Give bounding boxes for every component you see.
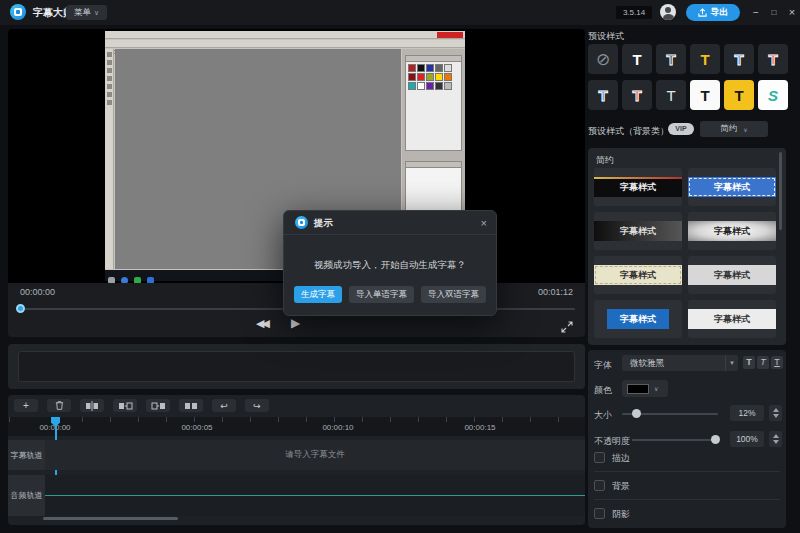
chevron-down-icon: ∨ <box>654 385 658 392</box>
color-picker[interactable]: ∨ <box>622 380 668 397</box>
merge-right-button[interactable] <box>146 399 170 412</box>
subtitle-track[interactable]: 请导入字幕文件 <box>45 440 585 470</box>
style-card-white-texture[interactable]: 字幕样式 <box>688 300 776 338</box>
style-card-blue-dashed[interactable]: 字幕样式 <box>688 168 776 206</box>
fullscreen-icon[interactable] <box>561 319 573 337</box>
style-card-white-glow[interactable]: 字幕样式 <box>688 212 776 250</box>
ruler-label: 00:00:10 <box>316 423 360 432</box>
audio-track[interactable] <box>45 475 585 516</box>
preset-tile-red[interactable]: T <box>758 44 788 74</box>
style-card-light-gray[interactable]: 字幕样式 <box>688 256 776 294</box>
italic-toggle[interactable]: T <box>757 356 769 369</box>
delete-button[interactable] <box>47 399 71 412</box>
hint-dialog: 提示 × 视频成功导入，开始自动生成字幕？ 生成字幕 导入单语字幕 导入双语字幕 <box>283 210 497 316</box>
size-value[interactable]: 12% <box>730 405 764 421</box>
recorded-app-menubar <box>105 31 465 39</box>
chevron-down-icon: ∨ <box>743 126 747 133</box>
font-label: 字体 <box>594 359 612 372</box>
recorded-app-swatches-panel <box>405 55 462 151</box>
opacity-stepper[interactable] <box>769 431 782 447</box>
add-subtitle-button[interactable]: + <box>14 399 38 412</box>
audio-track-label: 音频轨道 <box>8 475 45 516</box>
shadow-label: 阴影 <box>612 508 630 521</box>
category-dropdown[interactable]: 简约∨ <box>700 121 768 137</box>
generate-subtitles-button[interactable]: 生成字幕 <box>294 286 342 303</box>
timeline-toolbar: + ↩ ↪ <box>14 399 269 413</box>
styles-scrollbar[interactable] <box>779 152 782 230</box>
background-label: 背景 <box>612 480 630 493</box>
size-slider-handle[interactable] <box>632 409 641 418</box>
app-logo-icon <box>10 4 26 20</box>
dialog-buttons: 生成字幕 导入单语字幕 导入双语字幕 <box>284 286 496 303</box>
style-card-cream-dashed[interactable]: 字幕样式 <box>594 256 682 294</box>
chevron-down-icon: ∨ <box>94 9 99 16</box>
preset-tile-white[interactable]: T <box>622 44 652 74</box>
divider <box>594 499 780 500</box>
bold-toggle[interactable]: T <box>743 356 755 369</box>
recorded-app-toolstrip <box>105 49 114 269</box>
preset-tile-black-on-white[interactable]: T <box>690 80 720 110</box>
duration: 00:01:12 <box>538 287 573 297</box>
recorded-app-red-button <box>437 32 463 38</box>
preset-tile-outline[interactable]: T <box>656 44 686 74</box>
menu-button[interactable]: 菜单∨ <box>66 5 107 20</box>
preset-tile-blue-2[interactable]: T <box>588 80 618 110</box>
preset-tile-blue[interactable]: T <box>724 44 754 74</box>
undo-button[interactable]: ↩ <box>212 399 236 412</box>
merge-left-icon <box>118 401 133 411</box>
underline-toggle[interactable]: T <box>771 356 783 369</box>
opacity-label: 不透明度 <box>594 435 630 448</box>
import-bilingual-subtitles-button[interactable]: 导入双语字幕 <box>421 286 486 303</box>
vip-badge: VIP <box>668 123 694 135</box>
timeline-scrollbar[interactable] <box>43 517 178 520</box>
font-select[interactable]: 微软雅黑▾ <box>622 355 738 371</box>
version-label: 3.5.14 <box>616 6 652 19</box>
merge-left-button[interactable] <box>113 399 137 412</box>
styles-list-panel: 简约 字幕样式 字幕样式 字幕样式 字幕样式 字幕样式 字幕样式 字幕样式 字幕… <box>588 148 786 345</box>
timeline-ruler[interactable]: 00:00:00 00:00:05 00:00:10 00:00:15 <box>8 417 585 436</box>
color-label: 颜色 <box>594 384 612 397</box>
split-button[interactable] <box>80 399 104 412</box>
preset-tile-app-logo[interactable]: S <box>758 80 788 110</box>
shadow-checkbox[interactable] <box>594 508 605 519</box>
opacity-value[interactable]: 100% <box>730 431 764 447</box>
maximize-button[interactable]: □ <box>766 0 782 25</box>
preset-tile-thin-white[interactable]: T <box>656 80 686 110</box>
stroke-checkbox[interactable] <box>594 452 605 463</box>
double-block-icon <box>184 401 198 411</box>
play-button[interactable]: ▶ <box>291 316 300 330</box>
trash-icon <box>54 400 65 411</box>
size-stepper[interactable] <box>769 405 782 421</box>
styles-group-title: 简约 <box>596 154 614 167</box>
split-icon <box>85 401 99 411</box>
seek-handle[interactable] <box>16 304 25 313</box>
opacity-slider-handle[interactable] <box>711 435 720 444</box>
preset-tile-black-on-yellow[interactable]: T <box>724 80 754 110</box>
close-button[interactable]: × <box>784 0 800 25</box>
opacity-slider[interactable] <box>632 439 718 441</box>
ruler-label: 00:00:15 <box>458 423 502 432</box>
redo-button[interactable]: ↪ <box>245 399 269 412</box>
style-card-blue-solid[interactable]: 字幕样式 <box>594 300 682 338</box>
style-card-dark-line[interactable]: 字幕样式 <box>594 168 682 206</box>
dialog-title: 提示 <box>314 211 333 235</box>
subtitle-text-input[interactable] <box>18 351 575 382</box>
style-card-dark-gradient[interactable]: 字幕样式 <box>594 212 682 250</box>
preset-tile-red-2[interactable]: T <box>622 80 652 110</box>
import-mono-subtitles-button[interactable]: 导入单语字幕 <box>349 286 414 303</box>
batch-button[interactable] <box>179 399 203 412</box>
dialog-close-icon[interactable]: × <box>481 211 487 235</box>
presets-title: 预设样式 <box>588 30 624 43</box>
preset-tile-yellow[interactable]: T <box>690 44 720 74</box>
minimize-button[interactable]: − <box>748 0 764 25</box>
background-checkbox[interactable] <box>594 480 605 491</box>
preset-tile-none[interactable]: ⊘ <box>588 44 618 74</box>
divider <box>594 471 780 472</box>
dialog-header: 提示 × <box>284 211 496 235</box>
export-button[interactable]: 导出 <box>686 4 740 21</box>
bg-presets-title: 预设样式（背景类） <box>588 125 669 138</box>
audio-waveform <box>45 495 585 496</box>
rewind-button[interactable]: ◀◀ <box>256 317 267 330</box>
size-label: 大小 <box>594 409 612 422</box>
user-avatar[interactable] <box>660 4 676 20</box>
